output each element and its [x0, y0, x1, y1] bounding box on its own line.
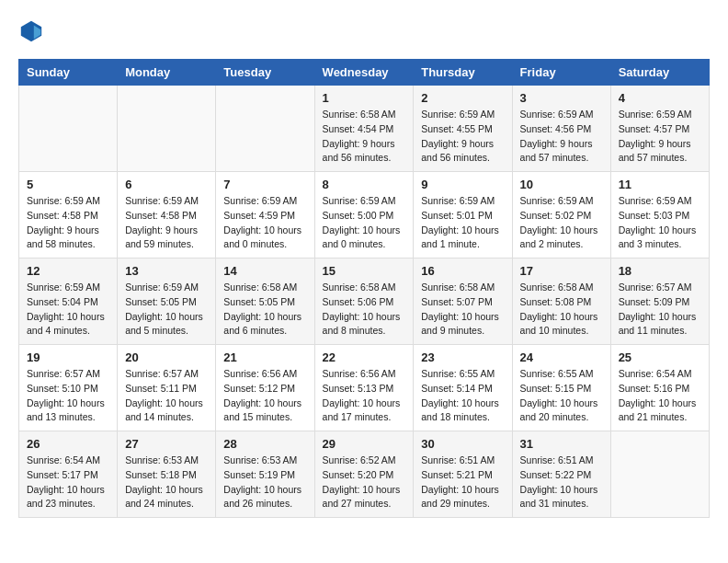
day-number: 15: [323, 264, 406, 278]
calendar-cell: 15Sunrise: 6:58 AM Sunset: 5:06 PM Dayli…: [314, 259, 414, 345]
day-info: Sunrise: 6:57 AM Sunset: 5:09 PM Dayligh…: [619, 281, 701, 339]
day-info: Sunrise: 6:59 AM Sunset: 4:57 PM Dayligh…: [619, 108, 701, 166]
day-number: 6: [125, 178, 208, 191]
day-number: 22: [323, 350, 406, 364]
day-info: Sunrise: 6:59 AM Sunset: 5:04 PM Dayligh…: [27, 281, 109, 339]
day-number: 3: [520, 91, 603, 105]
calendar-cell: 18Sunrise: 6:57 AM Sunset: 5:09 PM Dayli…: [610, 259, 709, 345]
calendar-cell: 16Sunrise: 6:58 AM Sunset: 5:07 PM Dayli…: [414, 259, 512, 345]
day-info: Sunrise: 6:58 AM Sunset: 5:08 PM Dayligh…: [520, 281, 603, 339]
day-number: 10: [520, 178, 603, 191]
calendar-cell: 26Sunrise: 6:54 AM Sunset: 5:17 PM Dayli…: [19, 431, 118, 518]
day-info: Sunrise: 6:54 AM Sunset: 5:17 PM Dayligh…: [27, 454, 109, 511]
day-info: Sunrise: 6:59 AM Sunset: 5:00 PM Dayligh…: [323, 194, 406, 252]
calendar-cell: 7Sunrise: 6:59 AM Sunset: 4:59 PM Daylig…: [216, 172, 314, 259]
calendar-cell: 23Sunrise: 6:55 AM Sunset: 5:14 PM Dayli…: [414, 345, 512, 431]
day-number: 24: [520, 350, 603, 364]
day-number: 13: [125, 264, 208, 278]
day-number: 30: [421, 437, 504, 451]
calendar-cell: 1Sunrise: 6:58 AM Sunset: 4:54 PM Daylig…: [314, 86, 414, 172]
day-number: 4: [619, 91, 701, 105]
calendar-cell: 19Sunrise: 6:57 AM Sunset: 5:10 PM Dayli…: [19, 345, 118, 431]
day-info: Sunrise: 6:59 AM Sunset: 5:05 PM Dayligh…: [125, 281, 208, 339]
day-info: Sunrise: 6:55 AM Sunset: 5:14 PM Dayligh…: [421, 367, 504, 425]
calendar: SundayMondayTuesdayWednesdayThursdayFrid…: [18, 59, 710, 518]
day-info: Sunrise: 6:59 AM Sunset: 4:58 PM Dayligh…: [125, 194, 208, 252]
day-number: 14: [223, 264, 306, 278]
day-info: Sunrise: 6:57 AM Sunset: 5:10 PM Dayligh…: [27, 367, 109, 425]
day-info: Sunrise: 6:53 AM Sunset: 5:19 PM Dayligh…: [223, 454, 306, 511]
calendar-cell: 14Sunrise: 6:58 AM Sunset: 5:05 PM Dayli…: [216, 259, 314, 345]
day-number: 29: [323, 437, 406, 451]
day-info: Sunrise: 6:55 AM Sunset: 5:15 PM Dayligh…: [520, 367, 603, 425]
day-info: Sunrise: 6:52 AM Sunset: 5:20 PM Dayligh…: [323, 454, 406, 511]
calendar-week-row: 19Sunrise: 6:57 AM Sunset: 5:10 PM Dayli…: [19, 345, 710, 431]
weekday-header: Friday: [512, 60, 610, 86]
calendar-cell: 17Sunrise: 6:58 AM Sunset: 5:08 PM Dayli…: [512, 259, 610, 345]
day-number: 1: [323, 91, 406, 105]
day-info: Sunrise: 6:59 AM Sunset: 4:58 PM Dayligh…: [27, 194, 109, 252]
day-info: Sunrise: 6:56 AM Sunset: 5:13 PM Dayligh…: [323, 367, 406, 425]
day-info: Sunrise: 6:58 AM Sunset: 5:05 PM Dayligh…: [223, 281, 306, 339]
calendar-cell: [118, 86, 216, 172]
logo-icon: [18, 18, 44, 44]
day-info: Sunrise: 6:58 AM Sunset: 5:06 PM Dayligh…: [323, 281, 406, 339]
day-number: 11: [619, 178, 701, 191]
calendar-week-row: 26Sunrise: 6:54 AM Sunset: 5:17 PM Dayli…: [19, 431, 710, 518]
weekday-header: Tuesday: [216, 60, 314, 86]
calendar-header-row: SundayMondayTuesdayWednesdayThursdayFrid…: [19, 60, 710, 86]
day-info: Sunrise: 6:51 AM Sunset: 5:21 PM Dayligh…: [421, 454, 504, 511]
calendar-cell: [216, 86, 314, 172]
day-info: Sunrise: 6:59 AM Sunset: 4:59 PM Dayligh…: [223, 194, 306, 252]
calendar-cell: 10Sunrise: 6:59 AM Sunset: 5:02 PM Dayli…: [512, 172, 610, 259]
day-info: Sunrise: 6:54 AM Sunset: 5:16 PM Dayligh…: [619, 367, 701, 425]
calendar-week-row: 1Sunrise: 6:58 AM Sunset: 4:54 PM Daylig…: [19, 86, 710, 172]
day-number: 25: [619, 350, 701, 364]
calendar-cell: 12Sunrise: 6:59 AM Sunset: 5:04 PM Dayli…: [19, 259, 118, 345]
calendar-cell: 20Sunrise: 6:57 AM Sunset: 5:11 PM Dayli…: [118, 345, 216, 431]
day-number: 16: [421, 264, 504, 278]
weekday-header: Sunday: [19, 60, 118, 86]
logo: [18, 18, 48, 44]
calendar-cell: 21Sunrise: 6:56 AM Sunset: 5:12 PM Dayli…: [216, 345, 314, 431]
calendar-cell: 5Sunrise: 6:59 AM Sunset: 4:58 PM Daylig…: [19, 172, 118, 259]
calendar-cell: 9Sunrise: 6:59 AM Sunset: 5:01 PM Daylig…: [414, 172, 512, 259]
day-number: 2: [421, 91, 504, 105]
day-number: 19: [27, 350, 109, 364]
calendar-cell: 27Sunrise: 6:53 AM Sunset: 5:18 PM Dayli…: [118, 431, 216, 518]
day-info: Sunrise: 6:57 AM Sunset: 5:11 PM Dayligh…: [125, 367, 208, 425]
day-number: 8: [323, 178, 406, 191]
day-number: 9: [421, 178, 504, 191]
day-info: Sunrise: 6:59 AM Sunset: 5:01 PM Dayligh…: [421, 194, 504, 252]
calendar-cell: 13Sunrise: 6:59 AM Sunset: 5:05 PM Dayli…: [118, 259, 216, 345]
weekday-header: Wednesday: [314, 60, 414, 86]
day-info: Sunrise: 6:59 AM Sunset: 4:55 PM Dayligh…: [421, 108, 504, 166]
weekday-header: Monday: [118, 60, 216, 86]
day-info: Sunrise: 6:59 AM Sunset: 5:03 PM Dayligh…: [619, 194, 701, 252]
day-number: 26: [27, 437, 109, 451]
calendar-cell: 30Sunrise: 6:51 AM Sunset: 5:21 PM Dayli…: [414, 431, 512, 518]
calendar-cell: 2Sunrise: 6:59 AM Sunset: 4:55 PM Daylig…: [414, 86, 512, 172]
day-info: Sunrise: 6:58 AM Sunset: 4:54 PM Dayligh…: [323, 108, 406, 166]
day-info: Sunrise: 6:59 AM Sunset: 4:56 PM Dayligh…: [520, 108, 603, 166]
day-number: 21: [223, 350, 306, 364]
day-number: 7: [223, 178, 306, 191]
day-number: 17: [520, 264, 603, 278]
day-number: 5: [27, 178, 109, 191]
calendar-cell: [19, 86, 118, 172]
day-number: 27: [125, 437, 208, 451]
calendar-cell: 8Sunrise: 6:59 AM Sunset: 5:00 PM Daylig…: [314, 172, 414, 259]
day-number: 18: [619, 264, 701, 278]
calendar-cell: 28Sunrise: 6:53 AM Sunset: 5:19 PM Dayli…: [216, 431, 314, 518]
day-number: 23: [421, 350, 504, 364]
calendar-cell: 24Sunrise: 6:55 AM Sunset: 5:15 PM Dayli…: [512, 345, 610, 431]
calendar-cell: 25Sunrise: 6:54 AM Sunset: 5:16 PM Dayli…: [610, 345, 709, 431]
day-number: 28: [223, 437, 306, 451]
day-number: 12: [27, 264, 109, 278]
calendar-cell: 3Sunrise: 6:59 AM Sunset: 4:56 PM Daylig…: [512, 86, 610, 172]
page-header: [18, 18, 710, 44]
calendar-cell: [610, 431, 709, 518]
day-info: Sunrise: 6:59 AM Sunset: 5:02 PM Dayligh…: [520, 194, 603, 252]
weekday-header: Saturday: [610, 60, 709, 86]
day-info: Sunrise: 6:51 AM Sunset: 5:22 PM Dayligh…: [520, 454, 603, 511]
